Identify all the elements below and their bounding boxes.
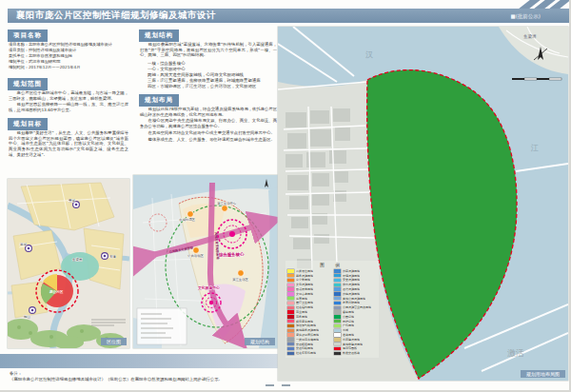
label-fancheng: 樊城	[69, 199, 75, 203]
structure-paragraph: 规划沿袭襄阳古城“蓝绿萦城、方格街巷”的传统机制，引入蓝绿通廊，打造“井”字形空…	[140, 42, 277, 58]
legend-label: 水域	[343, 328, 348, 332]
legend-swatch	[334, 329, 341, 332]
label-tourism: 文化旅游中心	[197, 285, 220, 290]
footer-note-text: 《襄阳市庞公片区控制性详细规划修编及城市设计》（批前公示）在襄阳市自然资源和规划…	[10, 377, 223, 382]
label-dongjin: 东津	[109, 255, 116, 259]
legend-label: 商务用地	[296, 315, 307, 319]
legend-swatch	[287, 338, 294, 341]
layout-paragraph: 在核心区周边中央生态绿轴布局文娱、行政办公、商业、文化创意、商务办公等功能，构建…	[140, 118, 277, 128]
legend-swatch	[334, 315, 341, 318]
structure-map-mini-legend	[137, 308, 187, 344]
header-band: 襄阳市庞公片区控制性详细规划修编及城市设计 ■(批前公示)	[8, 9, 569, 23]
structure-map: 凤雏大道空间形象轴 心河路文化旅游轴 古城协调区 滨江生活中心 公共活动区	[133, 175, 278, 348]
scope-paragraph: 规划片区西起焦柳铁路——岘山路一线，东、北、南至汉江岸线，总用地面积约13.60…	[9, 102, 128, 112]
legend-label: 交通枢纽用地	[296, 343, 313, 346]
legend-label: 村庄建设用地	[343, 338, 360, 342]
legend-right-column: 供应设施用地 环境设施用地 安全设施用地	[334, 269, 377, 356]
pre-approval-badge: ■(批前公示)	[511, 13, 541, 20]
legend-label: 文化设施用地	[296, 283, 313, 286]
legend-label: 交通场站用地	[296, 346, 313, 350]
legend-label: 其他服务设施用地	[296, 328, 319, 332]
page-title: 襄阳市庞公片区控制性详细规划修编及城市设计	[16, 10, 216, 22]
legend-swatch	[287, 324, 294, 327]
legend-swatch	[287, 279, 294, 282]
legend-label: 二类居住用地	[296, 269, 313, 273]
legend-left-column: 二类居住用地 服务设施用地 中小学用地	[287, 269, 330, 356]
label-unit1: 古城协调区	[179, 217, 196, 222]
structure-item: 三廊：滨江景观通廊，焦柳铁路景观通廊，环城南路景观通廊	[140, 78, 277, 84]
legend-swatch	[287, 274, 294, 277]
legend-label: 供电设施用地	[343, 292, 360, 296]
section-title-goal: 规划目标	[8, 118, 48, 130]
legend-swatch	[334, 320, 341, 323]
label-unit3: 公共活动区	[187, 254, 205, 258]
legend-swatch	[287, 306, 294, 309]
legend-swatch	[287, 333, 294, 336]
legend-label: 安全设施用地	[343, 278, 360, 282]
legend-row: 公用设施营业网点用地	[334, 305, 377, 310]
legend-label: 公用设施营业网点用地	[343, 305, 371, 309]
layout-paragraph: 整体形成生态、人文、公共服务、居住环境相互融合的城市生态新区。	[140, 137, 277, 143]
structure-map-graphic: 凤雏大道空间形象轴 心河路文化旅游轴 古城协调区 滨江生活中心 公共活动区	[133, 175, 278, 348]
legend-label: 服务设施用地	[296, 274, 313, 278]
legend-swatch	[287, 302, 294, 304]
legend-swatch	[334, 279, 341, 282]
legend-swatch	[334, 310, 341, 313]
fold-mark	[282, 384, 290, 386]
label-river-han: 汉	[365, 50, 373, 59]
legend-swatch	[334, 287, 341, 290]
legend-row: 社会停车场用地	[287, 351, 330, 356]
legend-swatch	[287, 297, 294, 300]
legend-row: 轨道交通线路	[334, 351, 377, 356]
legend-swatch	[334, 333, 341, 336]
legend-swatch	[287, 287, 294, 290]
legend-label: 医疗卫生用地	[296, 301, 313, 304]
location-map: 樊城 襄城 东津 鱼梁洲 岘山 庞公片区 区位图	[8, 179, 129, 348]
legend-swatch	[287, 347, 294, 350]
legend-label: 规划范围线	[343, 346, 357, 350]
label-panggong-area: 庞公片区	[49, 289, 64, 294]
scope-text: 庞公片区位于襄阳城市中心，襄城最东端，与古城一路之隔，三面环水，南靠岘山，北望樊…	[9, 90, 128, 114]
structure-items: 一核：综合服务核心一心：文化旅游中心两轴：凤雏大道空间形象轴线，心河路文化旅游轴…	[140, 61, 277, 89]
label-core: 综合服务核心	[218, 251, 245, 258]
planning-poster: 襄阳市庞公片区控制性详细规划修编及城市设计 ■(批前公示) 项目名称 项目名称：…	[0, 0, 571, 392]
legend-swatch	[334, 324, 341, 327]
legend-swatch	[334, 274, 341, 277]
legend-label: 环境设施用地	[343, 274, 360, 278]
legend-swatch	[334, 302, 341, 304]
legend-label: 加油加气站用地	[296, 323, 316, 327]
footer-note: 备注： 《襄阳市庞公片区控制性详细规划修编及城市设计》（批前公示）在襄阳市自然资…	[10, 371, 223, 382]
legend-swatch	[287, 343, 294, 345]
legend-label: 留白用地	[343, 310, 354, 314]
legend-swatch	[334, 306, 341, 309]
legend-swatch	[334, 352, 341, 355]
scale-bar	[512, 78, 561, 80]
section-title-project: 项目名称	[8, 29, 48, 42]
legend-label: 中小学用地	[296, 278, 310, 282]
label-xiangcheng: 襄城	[20, 243, 27, 246]
goal-text: 规划着眼“美好生活”，从生态、人文、公共服务和要素保障等四个方面定义庞公片区的规…	[9, 130, 128, 159]
corner-stripes-decoration	[524, 0, 565, 9]
legend-swatch	[334, 297, 341, 300]
section-title-structure: 规划结构	[139, 29, 179, 42]
legend-label: 图书展览用地	[296, 287, 313, 291]
legend-label: 康体旅游度假用地	[296, 333, 319, 337]
legend-label: 排水设施用地	[343, 283, 360, 286]
landuse-map: 汉 江 鱼梁洲 图 例 二类居住用	[278, 27, 568, 381]
label-river-jiang: 江	[530, 144, 539, 152]
legend-swatch	[334, 284, 341, 286]
project-info-line: 编制时间：2017年12月——2021年4月	[9, 65, 130, 70]
label-xianshan: 岘山	[24, 315, 30, 319]
legend-label: 其他公用设施用地	[343, 297, 365, 301]
legend-swatch	[334, 343, 341, 345]
legend-label: 供应设施用地	[343, 269, 360, 273]
landuse-map-caption: 规划用地布局图	[521, 370, 565, 378]
legend-swatch	[287, 320, 294, 323]
legend-label: 道路用地	[343, 333, 354, 337]
legend-swatch	[334, 292, 341, 295]
legend-swatch	[287, 292, 294, 295]
project-info-lines: 项目名称：襄阳市庞公片区控制性详细规划修编及城市设计项目类别：控制性详细规划及城…	[9, 42, 130, 70]
layout-paragraph: 在其他空间单元结合文化旅游中心或主要交通节点打造空间单元中心。	[140, 130, 277, 136]
label-unit2: 滨江生活中心	[217, 201, 237, 206]
legend-label: 社会停车场用地	[296, 351, 316, 355]
